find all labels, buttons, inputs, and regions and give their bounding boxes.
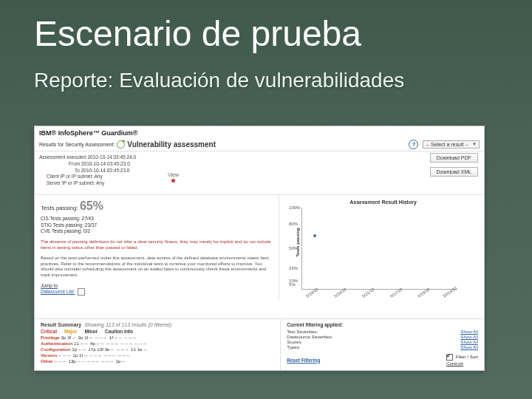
rs-row-text: -- -- -- 1p 1f -- -- -- -- -- -- -- -- -… <box>58 352 130 358</box>
rs-row-text: 1p -- -- 17p 13f 3e -- -- -- -- 11 1e -- <box>72 347 146 352</box>
filter-key: Datasource Severities: <box>287 334 332 339</box>
stig-line: STIG Tests passing: 23/37 <box>41 222 273 229</box>
chart-title: Assessment Result History <box>288 200 478 205</box>
filter-link[interactable]: Show All <box>460 344 478 349</box>
popup-icon[interactable] <box>78 288 85 296</box>
rs-row-label: Version <box>41 352 57 358</box>
history-chart: Tests passing 100% 80% 50% 25% 10% 5% 5/… <box>301 208 457 290</box>
slide-subtitle: Reporte: Evaluación de vulnerabilidades <box>0 54 532 100</box>
meta-line: From 2010-10-14 03:45:23.0 <box>39 161 480 168</box>
chart-xtick: 10/14/10 <box>442 286 457 299</box>
chart-ytick: 5% <box>289 282 296 287</box>
filter-panel: Current filtering applied: Test Severiti… <box>281 319 484 370</box>
filter-link[interactable]: Show All <box>460 329 478 334</box>
filter-link[interactable]: Show All <box>460 334 478 339</box>
result-summary-sub: Showing 113 of 113 results (0 filtered) <box>84 322 171 327</box>
chart-xtick: 6/29/10 <box>417 287 430 298</box>
filter-title: Current filtering applied: <box>287 322 478 327</box>
col-minor: Minor <box>84 329 98 334</box>
view-indicator: View <box>168 172 179 183</box>
rs-row-text: -- -- -- 13p -- -- -- -- -- -- -- -- 1p … <box>54 358 125 364</box>
filter-link[interactable]: Show All <box>460 339 478 344</box>
warning-note: The absence of passing definitions do no… <box>41 239 273 251</box>
chart-ytick: 25% <box>289 266 298 270</box>
rs-row-text: 3p 3f -- 2p 1f -- -- -- -- 1f -- -- -- -… <box>61 335 136 340</box>
right-pane: Assessment Result History Tests passing … <box>279 195 484 300</box>
col-major: Major <box>64 329 77 334</box>
rs-row-label: Other <box>41 358 53 364</box>
filter-key: Scores: <box>287 339 302 344</box>
product-brand: IBM® InfoSphere™ Guardium® <box>35 126 484 138</box>
chart-ytick: 80% <box>289 222 298 226</box>
chart-xtick: 5/19/10 <box>305 287 318 298</box>
rs-row-label: Authentication <box>41 341 72 346</box>
meta-line: Client IP or IP subnet: Any <box>39 174 480 180</box>
rs-row-label: Privilege <box>41 335 60 340</box>
chart-point <box>313 234 316 237</box>
col-caution: Caution Info <box>105 329 133 334</box>
results-for-label: Results for Security Assessment: <box>39 142 115 147</box>
left-pane: Tests passing: 65% CIS Tests passing: 27… <box>35 195 279 300</box>
chart-ytick: 100% <box>289 205 300 210</box>
meta-line: Server IP or IP subnet: Any <box>39 180 480 187</box>
chart-ylabel: Tests passing <box>296 228 300 257</box>
chart-xtick: 6/17/10 <box>389 287 403 298</box>
meta-line: Assessment executed 2010-10-14 03:45:24.… <box>39 154 480 161</box>
rs-row-label: Configuration <box>41 347 71 352</box>
col-critical: Critical <box>41 329 57 334</box>
result-summary: Result Summary Showing 113 of 113 result… <box>35 319 281 370</box>
chart-xtick: 5/20/10 <box>333 287 347 298</box>
filter-key: Test Severities: <box>287 329 318 334</box>
header-bar: Results for Security Assessment: Vulnera… <box>35 138 484 151</box>
help-icon[interactable]: ? <box>409 140 418 149</box>
chart-ytick: 50% <box>289 246 298 250</box>
screenshot-panel: IBM® InfoSphere™ Guardium® Results for S… <box>34 126 485 371</box>
reset-filtering-link[interactable]: Reset Filtering <box>287 358 320 363</box>
assessment-name: Vulnerability assessment <box>127 140 216 149</box>
cis-line: CIS Tests passing: 27/43 <box>41 216 273 222</box>
status-dot-icon <box>171 179 175 183</box>
slide-title: Escenario de prueba <box>0 0 532 54</box>
filter-sort-checkbox[interactable] <box>446 354 453 361</box>
view-label: View <box>168 172 179 177</box>
rs-row-text: 11 -- -- 4p -- -- -- -- -- -- -- -- -- -… <box>74 341 146 346</box>
cve-line: CVE Tests passing: 0/2 <box>41 228 273 235</box>
tests-passing-pct: 65% <box>80 200 103 212</box>
body-note: Based on the tests performed under this … <box>41 256 273 279</box>
download-pdf-button[interactable]: Download PDF <box>430 153 478 163</box>
meta-line: To 2010-10-14 03:45:23.0 <box>39 168 480 174</box>
refresh-icon[interactable] <box>117 140 125 149</box>
result-select[interactable]: -- Select a result -- <box>423 140 480 149</box>
result-summary-title: Result Summary <box>41 322 81 327</box>
filter-sort-label: Filter / Sort <box>456 354 478 359</box>
filter-key: Types: <box>287 344 300 349</box>
jump-datasource-link[interactable]: Datasource List <box>41 289 74 294</box>
download-xml-button[interactable]: Download XML <box>430 167 478 177</box>
jump-heading: Jump to <box>41 283 273 288</box>
chart-xtick: 5/21/10 <box>361 287 375 298</box>
tests-passing-label: Tests passing: <box>41 205 78 211</box>
controls-link[interactable]: Controls <box>446 361 463 366</box>
meta-block: Assessment executed 2010-10-14 03:45:24.… <box>35 151 484 188</box>
